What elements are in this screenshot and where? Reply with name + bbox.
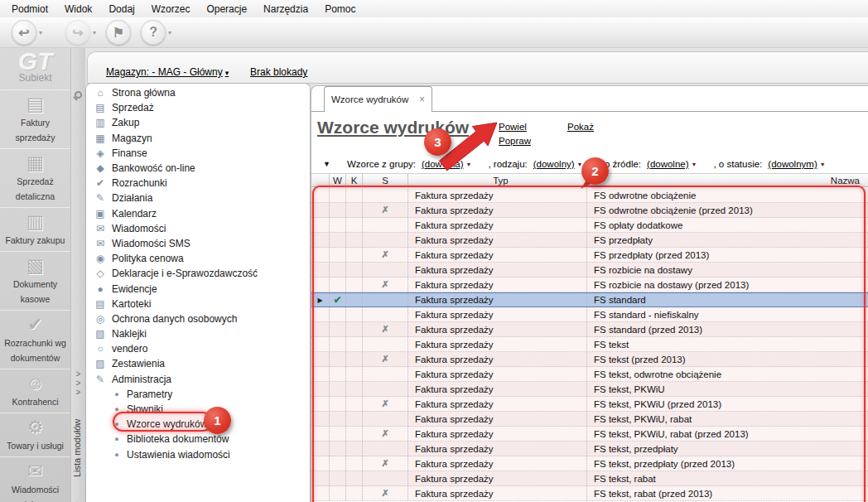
tree-item[interactable]: ✔ Rozrachunki — [86, 176, 310, 191]
action-pokaz[interactable]: Pokaż — [567, 122, 594, 132]
table-row[interactable]: ✗ Faktura sprzedaży FS standard (przed 2… — [311, 322, 868, 337]
tree-item[interactable]: ◈ Finanse — [86, 146, 310, 161]
filter-dropdown-icon[interactable]: ▼ — [577, 162, 583, 167]
lock-status-link[interactable]: Brak blokady — [250, 66, 307, 78]
tree-item[interactable]: ▨ Zestawienia — [86, 356, 310, 371]
tree-item[interactable]: ▧ Naklejki — [86, 326, 310, 341]
table-row[interactable]: Faktura sprzedaży FS tekst, rabat — [311, 471, 868, 486]
menu-item[interactable]: Pomoc — [316, 2, 364, 17]
help-icon[interactable]: ? — [141, 20, 166, 45]
table-row[interactable]: ✗ Faktura sprzedaży FS rozbicie na dosta… — [311, 278, 868, 292]
table-row[interactable]: Faktura sprzedaży FS tekst, przedpłaty — [311, 442, 868, 456]
table-row[interactable]: ✗ Faktura sprzedaży FS tekst, rabat (prz… — [311, 486, 868, 501]
table-row[interactable]: ✗ Faktura sprzedaży FS tekst, przedpłaty… — [311, 456, 868, 471]
table-row[interactable]: Faktura sprzedaży FS przedpłaty — [311, 233, 868, 248]
tree-item[interactable]: ● Parametry — [86, 387, 310, 402]
table-row[interactable]: Faktura sprzedaży FS tekst, odwrotne obc… — [311, 367, 868, 382]
menu-item[interactable]: Operacje — [198, 2, 255, 17]
filter-dropdown-icon[interactable]: ▼ — [466, 162, 472, 167]
sidebar-item[interactable]: ▥ Faktury zakupu — [0, 207, 70, 251]
dropdown-caret-icon[interactable]: ▾ — [39, 29, 42, 36]
table-row[interactable]: Faktura sprzedaży FS tekst, PKWiU — [311, 382, 868, 397]
column-header-w[interactable]: W — [330, 174, 346, 186]
table-row[interactable]: ✗ Faktura sprzedaży FS przedpłaty (przed… — [311, 248, 868, 263]
tree-item-icon: ⌂ — [94, 87, 107, 99]
tree-item[interactable]: ◉ Polityka cenowa — [86, 251, 310, 266]
sidebar-item[interactable]: ▦ Sprzedaż detaliczna — [0, 148, 70, 207]
table-row[interactable]: ▶ ✔ Faktura sprzedaży FS standard — [311, 292, 868, 307]
table-row[interactable]: Faktura sprzedaży FS standard - niefiska… — [311, 307, 868, 322]
tree-item[interactable]: ▤ Kartoteki — [86, 297, 310, 311]
menu-item[interactable]: Podmiot — [3, 2, 56, 17]
page-title[interactable]: Wzorce wydruków▼ — [317, 118, 481, 138]
tree-item-icon: ✎ — [94, 192, 107, 204]
menu-item[interactable]: Wzorzec — [143, 2, 199, 17]
tree-item[interactable]: ✎ Działania — [86, 191, 310, 205]
tree-item[interactable]: ⌂ Strona główna — [86, 85, 310, 100]
sidebar-item[interactable]: ✔ Rozrachunki wg dokumentów — [0, 310, 70, 369]
table-row[interactable]: ✗ Faktura sprzedaży FS tekst (przed 2013… — [311, 352, 868, 367]
tree-item[interactable]: ◆ Bankowość on-line — [86, 161, 310, 176]
nav-back-icon[interactable]: ↩ — [12, 20, 36, 45]
nav-forward-icon[interactable]: ↪ — [65, 20, 90, 45]
tree-item[interactable]: ● Słowniki — [86, 402, 310, 417]
filter-value-link[interactable]: (dowolna) — [422, 159, 464, 169]
tree-item[interactable]: ▤ Sprzedaż — [86, 100, 310, 115]
tree-item[interactable]: ✉ Wiadomości — [86, 221, 310, 236]
cell-typ: Faktura sprzedaży — [408, 337, 587, 351]
sidebar-item[interactable]: ☺ Kontrahenci — [0, 369, 70, 413]
filter-dropdown-icon[interactable]: ▼ — [820, 162, 826, 167]
close-icon[interactable]: × — [419, 94, 425, 105]
table-row[interactable]: ✗ Faktura sprzedaży FS tekst, PKWiU (prz… — [311, 397, 868, 412]
tree-item[interactable]: ▣ Kalendarz — [86, 206, 310, 221]
table-row[interactable]: Faktura sprzedaży FS tekst — [311, 337, 868, 352]
strip-chevrons[interactable]: > > > — [71, 369, 85, 397]
tree-item[interactable]: ◇ Deklaracje i e-Sprawozdawczość — [86, 266, 310, 281]
filter-value-link[interactable]: (dowolnym) — [768, 159, 817, 169]
sidebar-item[interactable]: ▤ Faktury sprzedaży — [0, 89, 70, 148]
warehouse-selector[interactable]: Magazyn: - MAG - Główny▾ — [106, 66, 229, 78]
tab-wzorce-wydrukow[interactable]: Wzorce wydruków × — [324, 86, 432, 112]
filter-label: Wzorce z grupy: — [347, 159, 416, 169]
tree-item[interactable]: ✉ Wiadomości SMS — [86, 236, 310, 251]
tree-item[interactable]: ● Wzorce wydruków — [86, 417, 310, 432]
filter-value-link[interactable]: (dowolny) — [533, 159, 575, 169]
tree-item[interactable]: ● Ewidencje — [86, 281, 310, 296]
filter-value-link[interactable]: (dowolne) — [647, 159, 689, 169]
sidebar-item-label: Towary i usługi — [7, 441, 64, 451]
tree-item[interactable]: ◎ Ochrona danych osobowych — [86, 311, 310, 326]
table-row[interactable]: Faktura sprzedaży FS opłaty dodatkowe — [311, 218, 868, 233]
column-header-typ[interactable]: Typ — [408, 174, 587, 186]
tree-item[interactable]: ✎ Administracja — [86, 372, 310, 387]
column-header-k[interactable]: K — [346, 174, 363, 186]
column-header-s[interactable]: S — [363, 174, 408, 186]
sidebar-item[interactable]: ⚙ Towary i usługi — [0, 413, 70, 456]
tree-item-label: Biblioteka dokumentów — [127, 433, 229, 445]
table-row[interactable]: Faktura sprzedaży FS odwrotne obciążenie — [311, 188, 868, 203]
menu-item[interactable]: Widok — [56, 2, 100, 17]
flag-icon[interactable]: ⚑ — [106, 20, 131, 45]
table-row[interactable]: ✗ Faktura sprzedaży FS odwrotne obciążen… — [311, 203, 868, 218]
action-powiel[interactable]: Powiel — [499, 122, 527, 132]
table-row[interactable]: Faktura sprzedaży FS rozbicie na dostawy — [311, 263, 868, 278]
dropdown-caret-icon[interactable]: ▾ — [93, 29, 96, 36]
magnifier-icon[interactable] — [75, 91, 82, 99]
dropdown-caret-icon[interactable]: ▾ — [168, 29, 171, 36]
sidebar-item-label: Kontrahenci — [12, 397, 58, 407]
tree-item-label: Naklejki — [112, 328, 147, 340]
sidebar-item[interactable]: ▧ Dokumenty kasowe — [0, 251, 70, 310]
tree-item[interactable]: ○ vendero — [86, 341, 310, 356]
menu-item[interactable]: Dodaj — [100, 2, 142, 17]
sidebar-item[interactable]: ✉ Wiadomości odebrane — [0, 456, 70, 502]
table-row[interactable]: Faktura sprzedaży FS tekst, PKWiU, rabat — [311, 412, 868, 427]
filter-dropdown-icon[interactable]: ▼ — [692, 162, 697, 167]
action-popraw[interactable]: Popraw — [499, 136, 531, 146]
tree-item[interactable]: ● Biblioteka dokumentów — [86, 432, 310, 446]
menu-item[interactable]: Narzędzia — [255, 2, 316, 17]
tree-item[interactable]: ▦ Magazyn — [86, 131, 310, 146]
filter-collapse-icon[interactable]: ▼ — [323, 160, 330, 168]
tree-item[interactable]: ▥ Zakup — [86, 115, 310, 130]
tree-item[interactable]: ● Ustawienia wiadomości — [86, 447, 310, 462]
column-header-nazwa[interactable]: Nazwa — [587, 174, 868, 186]
table-row[interactable]: ✗ Faktura sprzedaży FS tekst, PKWiU, rab… — [311, 427, 868, 442]
